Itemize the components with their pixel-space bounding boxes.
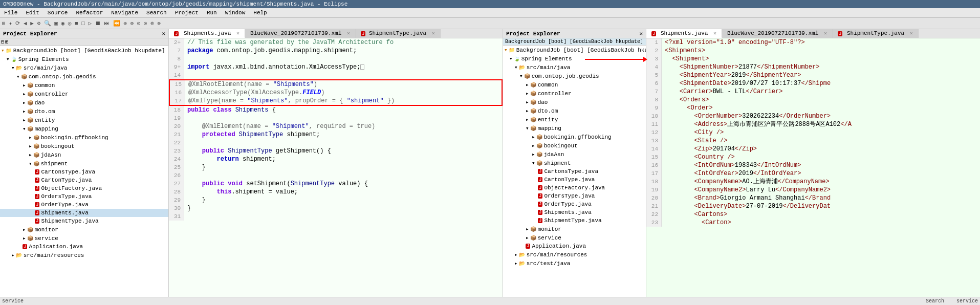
menu-window[interactable]: Window: [221, 9, 250, 16]
left-panel-controls[interactable]: ✕: [162, 30, 165, 37]
right-close-bluewave[interactable]: ✕: [824, 31, 827, 36]
menu-source[interactable]: Source: [43, 9, 72, 16]
mr-tree-dto-om[interactable]: ▸📦dto.om: [503, 106, 646, 115]
tree-label: com.ontop.job.geodis: [29, 74, 96, 80]
mr-tree-shipments-java[interactable]: JShipments.java: [503, 208, 646, 216]
mr-tree-common[interactable]: ▸📦common: [503, 80, 646, 89]
mr-tree-monitor[interactable]: ▸📦monitor: [503, 225, 646, 233]
code-line-21: 21 protected ShipmentType shipment;: [169, 130, 503, 139]
mr-tree-backgroundjob[interactable]: ▾ 📁 BackgroundJob [boot] [GeodisBackJob …: [503, 46, 646, 54]
tree-item-mapping[interactable]: ▾ 📦 mapping: [0, 124, 168, 133]
tree-item-src-main-resources[interactable]: ▸ 📂 src/main/resources: [0, 251, 168, 259]
mr-tree-shipmenttype-java[interactable]: JShipmentType.java: [503, 216, 646, 225]
mr-tree-orders-type[interactable]: JOrdersType.java: [503, 192, 646, 200]
tree-item-order-type[interactable]: J OrderType.java: [0, 201, 168, 209]
tree-item-cartons-type[interactable]: J CartonsType.java: [0, 168, 168, 176]
tree-item-gffbooking[interactable]: ▸ 📦 bookingin.gffbooking: [0, 133, 168, 142]
mr-tree-object-factory[interactable]: JObjectFactory.java: [503, 184, 646, 192]
tree-label: common: [35, 82, 55, 89]
tree-item-carton-type[interactable]: J CartonType.java: [0, 176, 168, 184]
mr-tree-com-ontop[interactable]: ▾ 📦 com.ontop.job.geodis: [503, 72, 646, 80]
menu-help[interactable]: Help: [249, 9, 271, 16]
tree-label: Application.java: [29, 244, 83, 250]
tree-item-service-left[interactable]: ▸ 📦 service: [0, 234, 168, 243]
mid-right-tree-view: ▾ 📁 BackgroundJob [boot] [GeodisBackJob …: [503, 46, 646, 305]
mr-tree-spring[interactable]: ▾ 🍃 Spring Elements: [503, 54, 646, 63]
mr-tree-application[interactable]: JApplication.java: [503, 242, 646, 250]
tree-item-object-factory[interactable]: J ObjectFactory.java: [0, 184, 168, 192]
left-toolbar-link[interactable]: ⊞: [5, 39, 8, 45]
mr-tree-shipment[interactable]: ▾📦shipment: [503, 159, 646, 167]
mr-tree-bookingin[interactable]: ▸📦bookingin.gffbooking: [503, 133, 646, 141]
right-close-shipmenttype[interactable]: ✕: [910, 31, 913, 36]
tree-item-dao[interactable]: ▸ 📦 dao: [0, 98, 168, 107]
tree-item-shipments-java[interactable]: J Shipments.java: [0, 209, 168, 217]
mr-tree-src-main-java[interactable]: ▾ 📂 src/main/java: [503, 63, 646, 72]
tree-item-com-ontop[interactable]: ▾ 📦 com.ontop.job.geodis: [0, 72, 168, 81]
mr-tree-controller[interactable]: ▸📦controller: [503, 89, 646, 98]
tree-item-orders-type[interactable]: J OrdersType.java: [0, 192, 168, 201]
tree-label: dao: [35, 100, 45, 106]
tab-shipmenttype-java[interactable]: J ShipmentType.java ✕: [356, 29, 441, 38]
tree-item-common[interactable]: ▸ 📦 common: [0, 81, 168, 90]
left-project-explorer: Project Explorer ✕ ⊟ ⊞ ▾ 📁 BackgroundJob…: [0, 29, 169, 305]
left-toolbar-collapse[interactable]: ⊟: [1, 39, 4, 45]
mr-tree-src-test-java[interactable]: ▸📂src/test/java: [503, 259, 646, 268]
right-tab-shipments[interactable]: J Shipments.java ✕: [646, 29, 722, 38]
mr-tree-label: Spring Elements: [521, 56, 572, 62]
mr-tree-entity[interactable]: ▸📦entity: [503, 115, 646, 124]
mr-tree-src-main-res[interactable]: ▸📂src/main/resources: [503, 250, 646, 259]
mid-right-panel-controls[interactable]: ✕: [639, 30, 643, 37]
code-line-17: 17 @XmlType(name = "Shipments", propOrde…: [170, 97, 502, 105]
menu-edit[interactable]: Edit: [21, 9, 43, 16]
mr-tree-carton-type[interactable]: JCartonType.java: [503, 176, 646, 184]
menu-navigate[interactable]: Navigate: [107, 9, 142, 16]
code-line-16: 16 @XmlAccessorType(XmlAccessType.FIELD): [170, 89, 502, 97]
tree-item-src-main-java[interactable]: ▾ 📂 src/main/java: [0, 63, 168, 72]
right-tab-shipmenttype[interactable]: J ShipmentType.java ✕: [833, 29, 919, 38]
close-tab-shipmenttype[interactable]: ✕: [432, 31, 435, 36]
code-line-19: 19: [169, 114, 503, 122]
code-editor[interactable]: 2+ // This file was generated by the Jav…: [169, 38, 503, 305]
xml-line-4: 4 <ShipmentNumber>21877</ShipmentNumber>: [646, 63, 980, 71]
tree-item-shipment-type[interactable]: J ShipmentType.java: [0, 217, 168, 225]
xml-editor[interactable]: 1 <?xml version="1.0" encoding="UTF-8"?>…: [646, 38, 980, 305]
close-tab-shipments[interactable]: ✕: [236, 31, 239, 36]
menu-file[interactable]: File: [0, 9, 21, 16]
mr-tree-dao[interactable]: ▸📦dao: [503, 98, 646, 106]
xml-line-14: 14 <Zip>201704</Zip>: [646, 145, 980, 153]
right-tab-bluewave[interactable]: BlueWave_20190727101739.xml ✕: [722, 29, 833, 38]
code-line-20: 20 @XmlElement(name = "Shipment", requir…: [169, 122, 503, 130]
menu-search[interactable]: Search: [142, 9, 171, 16]
mr-tree-order-type[interactable]: JOrderType.java: [503, 200, 646, 208]
right-close-shipments[interactable]: ✕: [713, 31, 716, 36]
mr-tree-jdaasn[interactable]: ▸📦jdaAsn: [503, 150, 646, 159]
mid-right-panel-title: Project Explorer: [506, 31, 560, 37]
tree-item-jdaasn[interactable]: ▸ 📦 jdaAsn: [0, 150, 168, 159]
tree-item-controller[interactable]: ▸ 📦 controller: [0, 90, 168, 98]
tab-shipments-java[interactable]: J Shipments.java ✕: [169, 29, 245, 38]
tree-item-spring[interactable]: ▾ 🍃 Spring Elements: [0, 55, 168, 63]
menu-refactor[interactable]: Refactor: [72, 9, 107, 16]
mr-tree-bookingout[interactable]: ▸📦bookingout: [503, 141, 646, 150]
tree-label: ObjectFactory.java: [41, 185, 102, 191]
code-line-8: 8: [169, 55, 503, 63]
mr-tree-service[interactable]: ▸📦service: [503, 233, 646, 242]
close-tab-bluewave[interactable]: ✕: [347, 31, 350, 36]
code-line-15: 15 @XmlRootElement(name = "Shipments"): [170, 80, 502, 89]
tree-item-application[interactable]: J Application.java: [0, 243, 168, 251]
mr-tree-mapping[interactable]: ▾📦mapping: [503, 124, 646, 133]
menu-run[interactable]: Run: [203, 9, 221, 16]
code-line-30: 30 }: [169, 204, 503, 212]
tree-item-backgroundjob[interactable]: ▾ 📁 BackgroundJob [boot] [GeodisBackJob …: [0, 46, 168, 55]
tree-item-monitor[interactable]: ▸ 📦 monitor: [0, 225, 168, 234]
mr-tree-cartons-type[interactable]: JCartonsType.java: [503, 167, 646, 176]
tree-item-entity[interactable]: ▸ 📦 entity: [0, 116, 168, 124]
xml-line-2: 2 <Shipments>: [646, 47, 980, 55]
tree-item-bookingout[interactable]: ▸ 📦 bookingout: [0, 142, 168, 150]
tree-item-shipment[interactable]: ▾ 📦 shipment: [0, 159, 168, 168]
menu-project[interactable]: Project: [171, 9, 203, 16]
tree-item-dto-om[interactable]: ▸ 📦 dto.om: [0, 107, 168, 116]
xml-line-11: 11 <Address>上海市青浦区沪青平公路2888号A区A102</A: [646, 120, 980, 128]
tab-bluewave-xml[interactable]: BlueWave_20190727101739.xml ✕: [245, 29, 356, 38]
